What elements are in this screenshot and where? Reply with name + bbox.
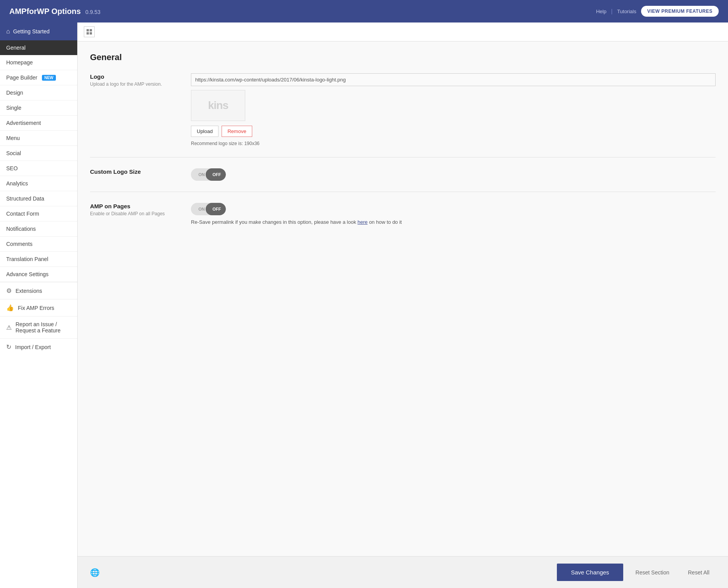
footer: 🌐 Save Changes Reset Section Reset All: [78, 556, 728, 588]
logo-buttons: Upload Remove: [191, 126, 716, 137]
sidebar-item-label: Design: [6, 90, 23, 96]
logo-preview-text: kins: [208, 99, 228, 112]
sidebar-item-translation-panel[interactable]: Translation Panel: [0, 252, 77, 267]
app-header: AMPforWP Options 0.9.53 Help | Tutorials…: [0, 0, 728, 22]
sidebar-item-fix-amp-errors[interactable]: 👍 Fix AMP Errors: [0, 299, 77, 316]
sidebar-item-report-issue[interactable]: ⚠ Report an Issue / Request a Feature: [0, 316, 77, 338]
svg-rect-1: [90, 29, 92, 31]
sidebar-item-label: Advance Settings: [6, 271, 49, 277]
sidebar-item-label: Fix AMP Errors: [18, 305, 54, 311]
sidebar-item-label: Menu: [6, 135, 20, 141]
toggle-on-label: ON: [191, 207, 209, 211]
sidebar-item-label: SEO: [6, 165, 18, 171]
upload-button[interactable]: Upload: [191, 126, 218, 137]
sidebar-active-label: General: [6, 45, 26, 51]
save-changes-button[interactable]: Save Changes: [557, 564, 623, 581]
remove-button[interactable]: Remove: [222, 126, 252, 137]
home-icon: ⌂: [6, 28, 10, 35]
amp-note-link[interactable]: here: [357, 219, 367, 225]
sidebar-item-general-active[interactable]: General: [0, 40, 77, 55]
logo-section: Logo Upload a logo for the AMP version. …: [90, 73, 716, 157]
custom-logo-toggle-wrap: ON OFF: [191, 168, 716, 181]
footer-left: 🌐: [90, 568, 100, 577]
sidebar-item-label: Single: [6, 105, 21, 111]
toggle-off-label: OFF: [209, 207, 226, 211]
sidebar-item-label: Structured Data: [6, 195, 44, 202]
amp-on-pages-section: AMP on Pages Enable or Disable AMP on al…: [90, 203, 716, 236]
sidebar-item-advertisement[interactable]: Advertisement: [0, 116, 77, 131]
amp-pages-toggle[interactable]: ON OFF: [191, 203, 226, 215]
sidebar-item-import-export[interactable]: ↻ Import / Export: [0, 338, 77, 355]
sidebar-item-label: Social: [6, 150, 21, 156]
tutorials-link[interactable]: Tutorials: [617, 9, 636, 14]
sidebar-item-label: Homepage: [6, 59, 33, 66]
sidebar-item-design[interactable]: Design: [0, 85, 77, 100]
page-title: General: [90, 52, 716, 62]
logo-url-input[interactable]: [191, 73, 716, 86]
new-badge: NEW: [42, 75, 55, 81]
logo-preview: kins: [191, 90, 245, 121]
toggle-off-label: OFF: [209, 172, 226, 177]
svg-rect-0: [87, 29, 89, 31]
refresh-icon: ↻: [6, 343, 11, 351]
sidebar-item-menu[interactable]: Menu: [0, 131, 77, 146]
app-version: 0.9.53: [85, 9, 101, 15]
sidebar-item-label: Report an Issue / Request a Feature: [16, 321, 71, 334]
main-content: General Logo Upload a logo for the AMP v…: [78, 42, 728, 556]
app-title: AMPforWP Options: [9, 7, 81, 16]
custom-logo-toggle[interactable]: ON OFF: [191, 168, 226, 181]
sidebar-item-label: Comments: [6, 241, 33, 247]
sidebar-item-social[interactable]: Social: [0, 146, 77, 161]
sidebar-item-label: Analytics: [6, 180, 28, 187]
reset-section-button[interactable]: Reset Section: [629, 566, 676, 579]
custom-logo-control: ON OFF: [191, 168, 716, 181]
logo-section-label: Logo Upload a logo for the AMP version.: [90, 73, 175, 146]
sidebar-item-analytics[interactable]: Analytics: [0, 176, 77, 191]
header-title-group: AMPforWP Options 0.9.53: [9, 7, 101, 16]
sidebar-item-structured-data[interactable]: Structured Data: [0, 191, 77, 206]
sidebar-item-comments[interactable]: Comments: [0, 237, 77, 252]
amp-pages-note: Re-Save permalink if you make changes in…: [191, 219, 716, 225]
sidebar-item-label: Notifications: [6, 226, 36, 232]
custom-logo-label: Custom Logo Size: [90, 168, 175, 181]
sidebar-item-seo[interactable]: SEO: [0, 161, 77, 176]
toggle-on-label: ON: [191, 172, 209, 177]
amp-pages-toggle-wrap: ON OFF: [191, 203, 716, 215]
sidebar-item-label: Translation Panel: [6, 256, 48, 262]
logo-hint: Recommend logo size is: 190x36: [191, 141, 260, 146]
amp-on-pages-label: AMP on Pages: [90, 203, 175, 209]
help-link[interactable]: Help: [596, 9, 607, 14]
svg-rect-3: [90, 32, 92, 35]
sidebar-item-single[interactable]: Single: [0, 100, 77, 116]
gear-icon: ⚙: [6, 287, 12, 294]
logo-label: Logo: [90, 73, 175, 80]
sidebar-item-page-builder[interactable]: Page Builder NEW: [0, 70, 77, 85]
sidebar-item-advance-settings[interactable]: Advance Settings: [0, 267, 77, 282]
custom-logo-size-section: Custom Logo Size ON OFF: [90, 168, 716, 192]
header-right: Help | Tutorials VIEW PREMIUM FEATURES: [596, 6, 719, 17]
reset-all-button[interactable]: Reset All: [682, 566, 716, 579]
main-toolbar: [78, 22, 728, 42]
logo-section-control: kins Upload Remove Recommend logo size i…: [191, 73, 716, 146]
premium-button[interactable]: VIEW PREMIUM FEATURES: [641, 6, 719, 17]
sidebar-item-label: Contact Form: [6, 211, 39, 217]
sidebar-item-label: Extensions: [16, 288, 42, 294]
amp-pages-label-group: AMP on Pages Enable or Disable AMP on al…: [90, 203, 175, 225]
amp-on-pages-description: Enable or Disable AMP on all Pages: [90, 211, 175, 216]
sidebar-item-homepage[interactable]: Homepage: [0, 55, 77, 70]
amp-note-after: on how to do it: [367, 219, 402, 225]
sidebar-item-contact-form[interactable]: Contact Form: [0, 206, 77, 221]
sidebar-item-extensions[interactable]: ⚙ Extensions: [0, 282, 77, 299]
sidebar-item-getting-started[interactable]: ⌂ Getting Started: [0, 22, 77, 40]
sidebar-item-label: Advertisement: [6, 120, 41, 126]
amp-note-text: Re-Save permalink if you make changes in…: [191, 219, 357, 225]
warning-icon: ⚠: [6, 324, 12, 331]
footer-globe-icon: 🌐: [90, 568, 100, 577]
amp-pages-control: ON OFF Re-Save permalink if you make cha…: [191, 203, 716, 225]
main-panel: General Logo Upload a logo for the AMP v…: [78, 22, 728, 588]
thumbsup-icon: 👍: [6, 304, 14, 311]
custom-logo-size-label: Custom Logo Size: [90, 168, 175, 175]
grid-view-icon[interactable]: [84, 26, 95, 37]
header-divider: |: [611, 8, 613, 14]
sidebar-item-notifications[interactable]: Notifications: [0, 221, 77, 237]
